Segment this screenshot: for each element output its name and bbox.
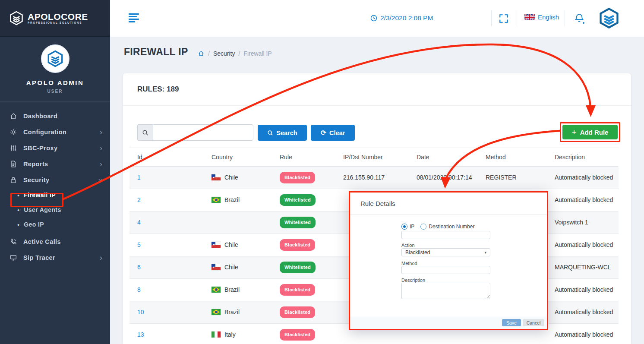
rule-cell: Whitelisted	[272, 189, 335, 211]
target-type-radios: IP Destination Number	[401, 224, 474, 230]
rule-cell: Whitelisted	[272, 256, 335, 279]
br-flag-icon	[212, 309, 221, 315]
sidebar-nav: DashboardConfiguration›SBC-Proxy›Reports…	[0, 102, 110, 265]
avatar[interactable]	[41, 44, 69, 73]
sidebar-item-reports[interactable]: Reports›	[0, 156, 110, 172]
radio-destination-number[interactable]: Destination Number	[420, 224, 474, 230]
country-cell: Brazil	[204, 301, 272, 324]
bullet-icon: •	[17, 206, 19, 214]
rule-cell: Blacklisted	[272, 279, 335, 301]
rule-details-modal: Rule Details IP Destination Number Actio…	[349, 191, 548, 330]
save-button[interactable]: Save	[502, 319, 521, 326]
column-header: Id	[129, 148, 204, 167]
apolocore-logo-icon	[9, 10, 24, 26]
sidebar-item-geo-ip[interactable]: •Geo IP	[0, 217, 110, 232]
description-cell: MARQUETING-WCL	[547, 256, 619, 279]
radio-ip-dot[interactable]	[401, 224, 407, 230]
notifications-bell-icon[interactable]	[574, 13, 585, 25]
breadcrumb-security[interactable]: Security	[213, 50, 235, 57]
sidebar-item-sip-tracer[interactable]: Sip Tracer›	[0, 249, 110, 265]
sidebar-item-active-calls[interactable]: Active Calls	[0, 234, 110, 249]
description-field[interactable]	[401, 283, 490, 299]
br-flag-icon	[212, 287, 221, 293]
sidebar-item-label: Firewall IP	[24, 192, 56, 199]
language-selector[interactable]: English	[524, 13, 559, 21]
app-logo-icon[interactable]	[598, 7, 620, 29]
sidebar-item-firewall-ip[interactable]: •Firewall IP	[0, 188, 110, 202]
country-name: Chile	[224, 174, 238, 181]
country-name: Brazil	[224, 309, 240, 316]
row-id-link[interactable]: 10	[137, 309, 144, 316]
language-label: English	[538, 13, 559, 21]
refresh-icon: ⟳	[321, 130, 326, 136]
add-rule-button[interactable]: + Add Rule	[562, 125, 618, 139]
description-cell: Automatically blocked	[547, 324, 619, 344]
method-field[interactable]	[401, 266, 490, 274]
id-cell: 4	[129, 211, 204, 234]
rule-cell: Blacklisted	[272, 234, 335, 256]
rule-badge: Blacklisted	[280, 239, 315, 251]
country-cell: Chile	[204, 256, 272, 279]
file-icon	[9, 160, 17, 168]
rule-cell: Blacklisted	[272, 301, 335, 324]
sidebar-item-user-agents[interactable]: •User Agents	[0, 202, 110, 217]
column-header: Rule	[272, 148, 335, 167]
search-button[interactable]: Search	[258, 125, 307, 141]
table-row: 1ChileBlacklisted216.155.90.11708/01/202…	[129, 167, 619, 189]
rule-cell: Whitelisted	[272, 211, 335, 234]
id-cell: 10	[129, 301, 204, 324]
row-id-link[interactable]: 13	[137, 331, 144, 338]
profile-role: USER	[0, 89, 110, 94]
home-icon[interactable]	[198, 50, 205, 57]
caret-down-icon: ▾	[484, 250, 486, 255]
cancel-button[interactable]: Cancel	[523, 319, 544, 326]
profile-name: APOLO ADMIN	[0, 79, 110, 86]
country-cell: Brazil	[204, 189, 272, 211]
notification-dot	[583, 22, 584, 24]
rule-cell: Blacklisted	[272, 167, 335, 189]
row-id-link[interactable]: 6	[137, 264, 141, 271]
sidebar-item-security[interactable]: Security›	[0, 172, 110, 188]
radio-dst-dot[interactable]	[420, 224, 426, 230]
row-id-link[interactable]: 4	[137, 219, 141, 226]
sidebar-item-label: User Agents	[24, 206, 61, 213]
ip-field[interactable]	[401, 231, 490, 239]
sidebar-item-dashboard[interactable]: Dashboard	[0, 108, 110, 124]
clear-button[interactable]: ⟳ Clear	[311, 125, 355, 141]
plus-icon: +	[572, 129, 577, 136]
fullscreen-icon[interactable]	[499, 13, 509, 24]
date-cell: 08/01/2020 00:17:14	[409, 167, 478, 189]
row-id-link[interactable]: 5	[137, 241, 141, 248]
column-header: Method	[478, 148, 547, 167]
radio-ip[interactable]: IP	[401, 224, 414, 230]
sidebar-item-label: Geo IP	[24, 221, 44, 228]
id-cell: 5	[129, 234, 204, 256]
column-header: Description	[547, 148, 619, 167]
description-cell: Automatically blocked	[547, 234, 619, 256]
sidebar-item-configuration[interactable]: Configuration›	[0, 124, 110, 140]
action-select[interactable]: Blacklisted ▾	[401, 248, 490, 256]
sidebar-item-sbc-proxy[interactable]: SBC-Proxy›	[0, 140, 110, 156]
sidebar-item-label: Configuration	[23, 129, 66, 136]
rule-badge: Whitelisted	[280, 262, 316, 273]
phone-icon	[9, 238, 17, 246]
sliders-icon	[9, 144, 17, 152]
menu-toggle-icon[interactable]	[129, 13, 140, 24]
brand: APOLOCORE PROFESSIONAL SOLUTIONS	[0, 0, 110, 37]
firewall-ip-page: APOLOCORE PROFESSIONAL SOLUTIONS APOLO A…	[0, 0, 644, 344]
sidebar: APOLOCORE PROFESSIONAL SOLUTIONS APOLO A…	[0, 0, 110, 344]
chevron-right-icon: ›	[100, 256, 102, 260]
search-input[interactable]	[153, 124, 253, 141]
country-name: Brazil	[224, 196, 240, 203]
rule-badge: Whitelisted	[280, 194, 316, 206]
description-cell: Voipswitch 1	[547, 211, 619, 234]
home-icon	[9, 112, 17, 120]
row-id-link[interactable]: 1	[137, 174, 141, 181]
row-id-link[interactable]: 2	[137, 196, 141, 203]
search-icon	[137, 124, 153, 141]
rule-badge: Blacklisted	[280, 172, 315, 183]
country-name: Chile	[224, 264, 238, 271]
description-label: Description	[401, 278, 425, 283]
sidebar-item-label: Security	[23, 177, 49, 183]
row-id-link[interactable]: 8	[137, 286, 141, 293]
